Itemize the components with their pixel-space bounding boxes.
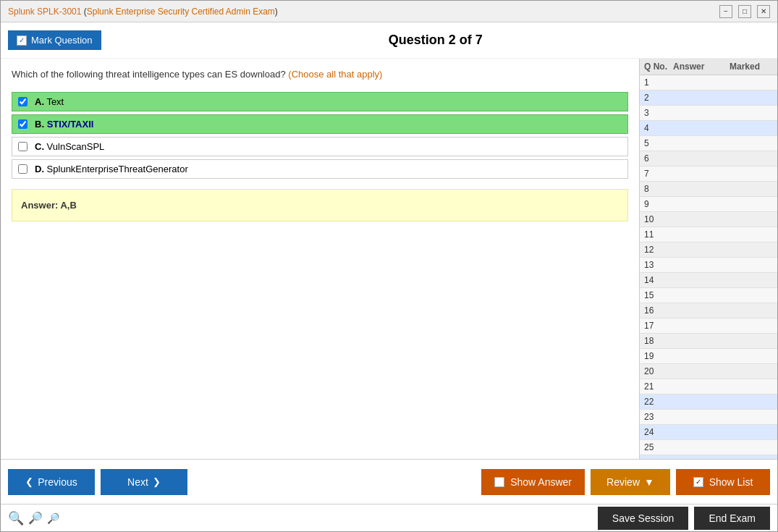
option-row-c[interactable]: C. VulnScanSPL xyxy=(12,137,628,156)
sidebar-col-marked: Marked xyxy=(730,62,773,72)
sidebar-row-marked xyxy=(730,214,773,224)
sidebar-row-answer xyxy=(673,427,730,437)
sidebar-row-marked xyxy=(730,153,773,164)
sidebar-row-marked xyxy=(730,138,773,148)
sidebar-row[interactable]: 7 xyxy=(640,166,777,182)
option-row-a[interactable]: A. Text xyxy=(12,92,628,111)
review-button[interactable]: Review ▼ xyxy=(591,469,670,495)
sidebar-row-num: 12 xyxy=(644,245,673,255)
sidebar-row[interactable]: 3 xyxy=(640,106,777,121)
sidebar-row-answer xyxy=(673,245,730,255)
sidebar-row-answer xyxy=(673,260,730,270)
next-button[interactable]: Next ❯ xyxy=(101,469,187,495)
sidebar-row-answer xyxy=(673,336,730,346)
sidebar-row-num: 16 xyxy=(644,305,673,316)
sidebar-row[interactable]: 6 xyxy=(640,151,777,166)
sidebar-row[interactable]: 20 xyxy=(640,364,777,379)
toolbar: ✓ Mark Question Question 2 of 7 xyxy=(1,22,777,59)
sidebar-row[interactable]: 24 xyxy=(640,425,777,440)
sidebar-row-num: 4 xyxy=(644,123,673,133)
sidebar-row-answer xyxy=(673,138,730,148)
sidebar-row-marked xyxy=(730,412,773,422)
question-title: Question 2 of 7 xyxy=(101,33,770,48)
title-bar-controls: − □ ✕ xyxy=(719,5,770,18)
sidebar-row[interactable]: 10 xyxy=(640,212,777,227)
sidebar-row[interactable]: 1 xyxy=(640,75,777,90)
option-row-b[interactable]: B. STIX/TAXII xyxy=(12,114,628,134)
sidebar-row[interactable]: 11 xyxy=(640,227,777,242)
sidebar-row[interactable]: 22 xyxy=(640,394,777,410)
sidebar-row[interactable]: 5 xyxy=(640,136,777,151)
sidebar-row-num: 5 xyxy=(644,138,673,148)
sidebar-row-marked xyxy=(730,366,773,376)
sidebar-row[interactable]: 16 xyxy=(640,303,777,318)
sidebar-row-answer xyxy=(673,366,730,376)
zoom-out-icon[interactable]: 🔎 xyxy=(47,512,59,524)
sidebar-row[interactable]: 9 xyxy=(640,197,777,212)
maximize-button[interactable]: □ xyxy=(738,5,751,18)
sidebar-row[interactable]: 18 xyxy=(640,334,777,349)
sidebar-row-answer xyxy=(673,381,730,392)
sidebar-row-marked xyxy=(730,77,773,88)
sidebar-row-answer xyxy=(673,229,730,240)
option-checkbox-d[interactable] xyxy=(18,164,28,174)
option-checkbox-a[interactable] xyxy=(18,97,28,106)
sidebar-row-num: 11 xyxy=(644,229,673,240)
sidebar-row-num: 1 xyxy=(644,77,673,88)
sidebar-row[interactable]: 21 xyxy=(640,379,777,394)
sidebar-row-num: 2 xyxy=(644,93,673,103)
sidebar-row[interactable]: 19 xyxy=(640,349,777,364)
zoom-reset-icon[interactable]: 🔎 xyxy=(28,511,43,525)
sidebar-row[interactable]: 15 xyxy=(640,288,777,303)
sidebar-row[interactable]: 23 xyxy=(640,410,777,425)
sidebar-row-num: 13 xyxy=(644,260,673,270)
show-list-button[interactable]: ✓ Show List xyxy=(676,469,770,495)
sidebar-row-answer xyxy=(673,397,730,407)
show-list-label: Show List xyxy=(709,476,753,488)
option-checkbox-c[interactable] xyxy=(18,142,28,151)
answer-box: Answer: A,B xyxy=(12,189,628,221)
sidebar-row-answer xyxy=(673,153,730,164)
option-label-c: C. VulnScanSPL xyxy=(35,141,104,152)
sidebar-row[interactable]: 13 xyxy=(640,258,777,273)
zoom-bar: 🔍 🔎 🔎 Save Session End Exam xyxy=(1,504,777,531)
question-text: Which of the following threat intelligen… xyxy=(12,67,628,82)
sidebar-row-num: 7 xyxy=(644,169,673,179)
sidebar-row-answer xyxy=(673,184,730,194)
sidebar-row-marked xyxy=(730,260,773,270)
save-session-button[interactable]: Save Session xyxy=(598,507,689,530)
sidebar-row[interactable]: 4 xyxy=(640,121,777,136)
sidebar-row-num: 9 xyxy=(644,199,673,209)
sidebar-row-marked xyxy=(730,442,773,452)
sidebar-row-marked xyxy=(730,351,773,361)
sidebar-rows-container: 1 2 3 4 5 6 7 8 xyxy=(640,75,777,459)
sidebar-row-num: 8 xyxy=(644,184,673,194)
sidebar-row-marked xyxy=(730,305,773,316)
sidebar-row[interactable]: 2 xyxy=(640,90,777,106)
minimize-button[interactable]: − xyxy=(719,5,732,18)
close-button[interactable]: ✕ xyxy=(757,5,770,18)
sidebar-row[interactable]: 14 xyxy=(640,273,777,288)
sidebar-row-num: 15 xyxy=(644,290,673,300)
save-session-label: Save Session xyxy=(612,512,675,524)
sidebar-row[interactable]: 25 xyxy=(640,440,777,455)
option-row-d[interactable]: D. SplunkEnterpriseThreatGenerator xyxy=(12,159,628,179)
previous-button[interactable]: ❮ Previous xyxy=(8,469,95,495)
sidebar-row[interactable]: 17 xyxy=(640,318,777,334)
title-bar: Splunk SPLK-3001 (Splunk Enterprise Secu… xyxy=(1,1,777,22)
previous-label: Previous xyxy=(38,476,77,488)
option-label-a: A. Text xyxy=(35,96,64,107)
sidebar-row-answer xyxy=(673,351,730,361)
end-exam-button[interactable]: End Exam xyxy=(694,507,770,530)
sidebar-row[interactable]: 12 xyxy=(640,242,777,258)
sidebar-row-marked xyxy=(730,229,773,240)
show-answer-button[interactable]: Show Answer xyxy=(481,469,585,495)
next-label: Next xyxy=(127,476,148,488)
option-checkbox-b[interactable] xyxy=(18,119,28,129)
sidebar-row-marked xyxy=(730,184,773,194)
sidebar-row-answer xyxy=(673,93,730,103)
review-dropdown-icon: ▼ xyxy=(644,476,654,488)
sidebar-row[interactable]: 8 xyxy=(640,182,777,197)
zoom-in-icon[interactable]: 🔍 xyxy=(8,510,24,526)
mark-question-button[interactable]: ✓ Mark Question xyxy=(8,30,101,50)
